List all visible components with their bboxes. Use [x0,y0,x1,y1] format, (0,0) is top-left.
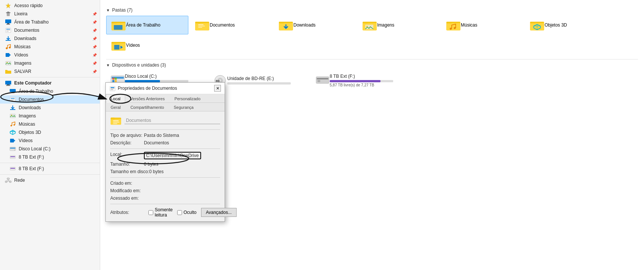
sidebar-item-documentos-quick[interactable]: Documentos 📌 [0,26,100,34]
sidebar-item-lixeira[interactable]: Lixeira 📌 [0,10,100,18]
pin-icon: 📌 [92,53,97,57]
svg-rect-63 [279,22,284,23]
sidebar-videos-pc-label: Vídeos [19,138,33,143]
svg-rect-76 [530,22,535,23]
sidebar-item-videos-pc[interactable]: Vídeos [0,136,100,145]
dialog-tipo-row: Tipo de arquivo: Pasta do Sistema [110,133,220,138]
dialog-folder-name-input[interactable] [124,117,220,124]
sidebar-area-trabalho-pc-label: Área de Trabalho [19,89,53,94]
dialog-somente-leitura-label[interactable]: Somente leitura [148,207,173,218]
sidebar-item-quick-access[interactable]: Acesso rápido [0,1,100,10]
sidebar-item-downloads-pc[interactable]: Downloads [0,104,100,112]
svg-rect-89 [113,78,114,80]
sidebar-item-disco-c[interactable]: Disco Local (C:) [0,145,100,153]
dialog-tamanho-row: Tamanho: 0 bytes [110,162,220,167]
folder-desktop-icon [111,19,126,31]
videos-icon-2 [9,138,16,144]
dialog-oculto-label[interactable]: Oculto [177,210,197,215]
sidebar-salvar-quick-label: SALVAR [14,69,31,74]
folders-grid: Área de Trabalho Documentos Downloads [106,16,638,55]
dialog-tab-compartilhamento[interactable]: Compartilhamento [126,103,169,111]
sidebar-item-rede[interactable]: Rede [0,176,100,184]
sidebar-item-8tb-ext-f[interactable]: 8 TB Ext (F:) [0,153,100,161]
svg-rect-56 [195,23,209,31]
dialog-tab-versoes[interactable]: Versões Anteriores [125,94,169,103]
folder-item-imagens[interactable]: Imagens [357,16,440,34]
pin-icon: 📌 [92,45,97,49]
folder-musicas-label: Músicas [461,22,477,28]
sidebar-item-videos-quick[interactable]: Vídeos 📌 [0,51,100,59]
sidebar-item-area-trabalho-quick[interactable]: Área de Trabalho 📌 [0,18,100,26]
images-icon-2 [9,113,16,119]
svg-rect-22 [12,92,14,93]
svg-rect-99 [317,80,320,82]
svg-rect-58 [198,24,203,25]
svg-rect-36 [10,139,14,142]
folder-objetos3d-label: Objetos 3D [545,22,567,28]
sidebar-item-salvar-quick[interactable]: SALVAR 📌 [0,67,100,76]
folders-header-label: Pastas (7) [112,7,133,13]
sidebar-item-area-trabalho-pc[interactable]: Área de Trabalho [0,87,100,95]
dialog-tab-seguranca[interactable]: Segurança [169,103,198,111]
dialog-avancados-button[interactable]: Avançados... [201,208,237,217]
dialog-attrs-row: Atributos: Somente leitura Oculto Avança… [110,207,220,218]
drive-ext-icon-2 [9,166,16,172]
dialog-oculto-checkbox[interactable] [177,210,182,215]
svg-rect-45 [7,178,9,180]
device-8tb-info: 8 TB Ext (F:) 5,87 TB livre(s) de 7,27 T… [330,74,407,87]
sidebar-item-documentos-pc[interactable]: Documentos [0,95,100,104]
properties-dialog[interactable]: Propriedades de Documentos ✕ Local Versõ… [105,82,225,222]
folder-item-videos[interactable]: Vídeos [106,36,188,55]
svg-rect-82 [111,42,117,43]
downloads-icon-2 [9,105,16,111]
downloads-icon [4,36,12,42]
dialog-oculto-text: Oculto [184,210,197,215]
dialog-local-row: Local: C:\Users\mrfmin\OneDrive [110,152,220,159]
device-item-8tb[interactable]: 8 TB Ext (F:) 5,87 TB livre(s) de 7,27 T… [311,71,412,90]
dialog-close-button[interactable]: ✕ [214,85,221,92]
pin-icon: 📌 [92,28,97,33]
svg-rect-57 [195,22,200,23]
folder-item-documentos[interactable]: Documentos [190,16,272,34]
sidebar-item-8tb-ext-f2[interactable]: 8 TB Ext (F:) [0,165,100,173]
svg-rect-102 [111,88,114,89]
svg-rect-20 [6,85,10,86]
folder-videos-label: Vídeos [126,43,140,48]
sidebar-item-imagens-quick[interactable]: Imagens 📌 [0,59,100,67]
folder-item-musicas[interactable]: Músicas [441,16,523,34]
dialog-descricao-row: Descrição: Documentos [110,140,220,145]
dialog-acessado-row: Acessado em: [110,196,220,201]
sidebar-rede-label: Rede [14,178,25,183]
dialog-tab-geral[interactable]: Geral [106,103,126,111]
drive-c-icon [9,146,16,152]
sidebar-item-downloads-quick[interactable]: Downloads 📌 [0,34,100,43]
folder-imagens-icon [362,19,377,31]
svg-rect-108 [113,122,120,123]
pin-icon: 📌 [92,37,97,41]
svg-rect-5 [7,23,9,24]
dialog-somente-leitura-checkbox[interactable] [148,210,153,215]
svg-rect-4 [5,19,11,23]
sidebar-lixeira-label: Lixeira [14,11,27,16]
folder-icon [4,68,12,74]
sidebar-item-objetos3d-pc[interactable]: Objetos 3D [0,128,100,136]
drive-ext-icon [9,154,16,160]
folder-item-desktop[interactable]: Área de Trabalho [106,16,188,34]
sidebar-item-imagens-pc[interactable]: Imagens [0,112,100,120]
sidebar-item-musicas-pc[interactable]: Músicas [0,120,100,128]
music-icon-2 [9,121,16,127]
svg-rect-46 [5,181,7,182]
svg-rect-106 [111,118,115,120]
folder-item-downloads[interactable]: Downloads [274,16,356,34]
dialog-tab-personalizado[interactable]: Personalizado [170,94,206,103]
sidebar-musicas-pc-label: Músicas [19,122,35,127]
sidebar-8tb-ext-f-label: 8 TB Ext (F:) [19,154,44,160]
sidebar-this-pc[interactable]: Este Computador [0,79,100,87]
device-8tb-bar-fill [330,80,380,82]
sidebar-item-musicas-quick[interactable]: Músicas 📌 [0,43,100,51]
dialog-tab-local[interactable]: Local [106,94,125,103]
folder-item-objetos3d[interactable]: Objetos 3D [525,16,607,34]
folder-videos-icon [111,39,126,51]
svg-rect-59 [198,26,205,27]
folder-desktop-label: Área de Trabalho [126,22,160,28]
